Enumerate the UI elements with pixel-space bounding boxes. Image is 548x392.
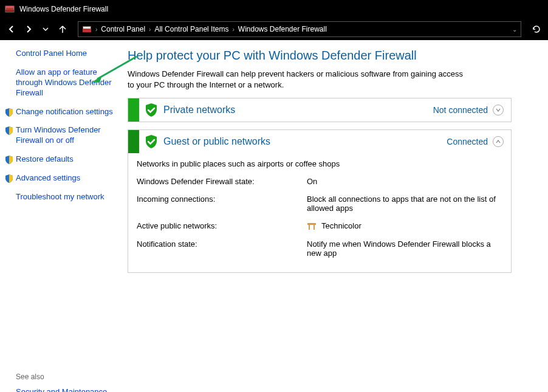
incoming-connections-value: Block all connections to apps that are n… [307,194,502,213]
active-networks-value: Technicolor [307,221,502,231]
back-button[interactable] [5,22,18,36]
sidebar-item-label: Turn Windows Defender Firewall on or off [16,125,101,145]
public-networks-status: Connected [447,137,488,146]
up-button[interactable] [56,22,69,36]
chevron-right-icon: › [149,26,151,33]
sidebar-link-restore-defaults[interactable]: Restore defaults [16,154,122,165]
private-networks-panel: Private networks Not connected [128,98,512,122]
sidebar-item-label: Change notification settings [16,107,113,116]
page-description: Windows Defender Firewall can help preve… [128,69,468,91]
navbar: › Control Panel › All Control Panel Item… [0,18,548,40]
firewall-state-value: On [307,177,502,186]
sidebar-link-troubleshoot[interactable]: Troubleshoot my network [16,192,122,202]
svg-rect-4 [83,27,91,29]
expand-icon [493,105,504,115]
svg-rect-1 [5,6,14,8]
shield-icon [5,126,13,135]
status-colorbar [128,98,139,122]
titlebar: Windows Defender Firewall [0,0,548,18]
sidebar-item-label: Advanced settings [16,173,80,182]
public-networks-desc: Networks in public places such as airpor… [137,159,502,168]
firewall-state-label: Windows Defender Firewall state: [137,177,307,186]
breadcrumb-item[interactable]: Control Panel [101,25,145,33]
chevron-down-icon[interactable]: ⌄ [512,26,517,33]
incoming-connections-label: Incoming connections: [137,194,307,213]
chevron-right-icon: › [232,26,234,33]
window-title: Windows Defender Firewall [19,5,108,13]
shield-icon [5,156,13,164]
sidebar-link-notification-settings[interactable]: Change notification settings [16,107,122,117]
bench-icon [307,221,317,231]
shield-icon [5,108,13,117]
public-networks-label: Guest or public networks [163,136,447,147]
active-networks-row: Active public networks: Technicolor [137,221,502,231]
notification-state-row: Notification state: Notify me when Windo… [137,239,502,258]
active-networks-label: Active public networks: [137,221,307,231]
see-also-heading: See also [16,373,122,381]
svg-rect-6 [309,225,310,230]
public-networks-panel: Guest or public networks Connected Netwo… [128,129,512,273]
incoming-connections-row: Incoming connections: Block all connecti… [137,194,502,213]
svg-rect-5 [307,223,316,225]
control-panel-icon [82,24,92,34]
forward-button[interactable] [22,22,35,36]
breadcrumb-item[interactable]: Windows Defender Firewall [238,25,327,33]
status-colorbar [128,130,139,153]
firewall-app-icon [5,4,15,14]
chevron-right-icon: › [95,26,97,33]
sidebar-link-allow-app[interactable]: Allow an app or feature through Windows … [16,67,122,98]
private-networks-label: Private networks [163,105,433,115]
control-panel-home-link[interactable]: Control Panel Home [16,49,122,59]
notification-state-value: Notify me when Windows Defender Firewall… [307,239,502,258]
notification-state-label: Notification state: [137,239,307,258]
shield-icon [5,174,13,183]
sidebar-link-advanced-settings[interactable]: Advanced settings [16,173,122,184]
address-bar[interactable]: › Control Panel › All Control Panel Item… [78,21,521,37]
sidebar: Control Panel Home Allow an app or featu… [0,49,128,392]
shield-check-icon [144,134,159,149]
private-networks-header[interactable]: Private networks Not connected [128,98,511,122]
breadcrumb-item[interactable]: All Control Panel Items [154,25,228,33]
private-networks-status: Not connected [433,105,488,115]
svg-rect-7 [313,225,315,230]
refresh-button[interactable] [530,22,543,36]
page-title: Help protect your PC with Windows Defend… [128,49,512,63]
sidebar-item-label: Restore defaults [16,154,74,163]
public-networks-body: Networks in public places such as airpor… [128,153,511,272]
public-networks-header[interactable]: Guest or public networks Connected [128,130,511,153]
svg-rect-2 [5,10,14,12]
sidebar-link-turn-on-off[interactable]: Turn Windows Defender Firewall on or off [16,125,122,146]
content-area: Control Panel Home Allow an app or featu… [0,40,548,392]
shield-check-icon [144,103,159,117]
see-also-security[interactable]: Security and Maintenance [16,387,122,392]
recent-button[interactable] [39,22,52,36]
collapse-icon [493,136,504,147]
firewall-state-row: Windows Defender Firewall state: On [137,177,502,186]
active-network-name: Technicolor [321,221,361,230]
main-panel: Help protect your PC with Windows Defend… [128,49,548,392]
